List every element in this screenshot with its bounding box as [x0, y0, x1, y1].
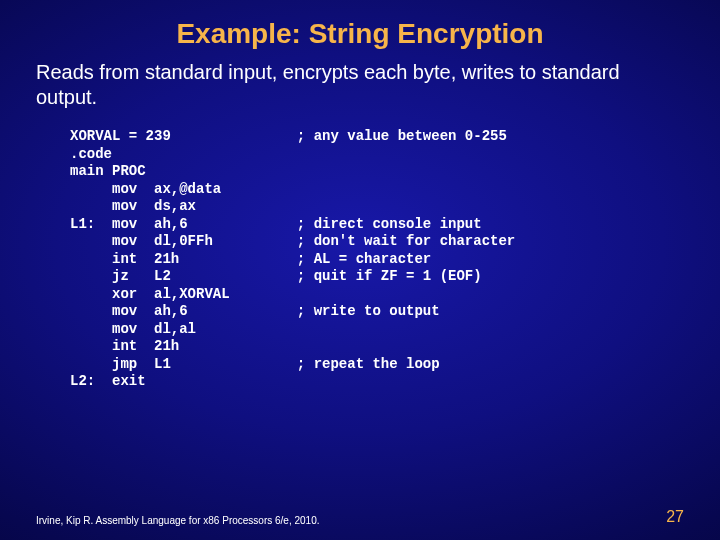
slide-title: Example: String Encryption [0, 0, 720, 60]
slide-body-text: Reads from standard input, encrypts each… [0, 60, 720, 110]
page-number: 27 [666, 508, 684, 526]
footer-citation: Irvine, Kip R. Assembly Language for x86… [36, 515, 320, 526]
code-listing: XORVAL = 239 ; any value between 0-255 .… [0, 110, 720, 391]
